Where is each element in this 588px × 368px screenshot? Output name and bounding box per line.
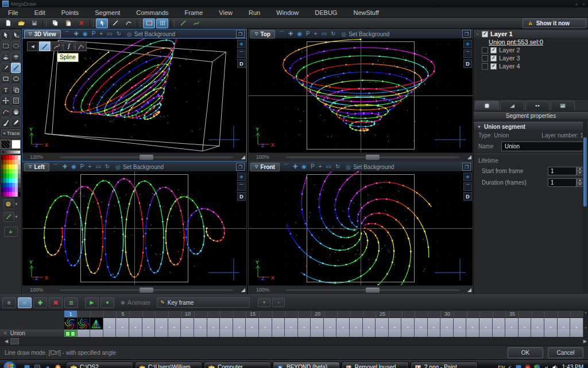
volume-tray-icon[interactable] [552,364,559,368]
track-label[interactable]: ✳ Union [0,329,64,337]
play-button[interactable]: ▶ [85,297,99,308]
frame-cell[interactable]: + [207,318,220,329]
track-cell[interactable] [454,329,467,337]
menu-frame[interactable]: Frame [177,9,211,17]
viewport-name-dropdown[interactable]: ▽Top [250,30,275,39]
gradient-slider[interactable] [1,150,21,154]
point-mode-icon[interactable]: P [80,164,84,170]
line-style-dropdown-icon[interactable]: ▼ [15,215,18,218]
rect-zoom-icon[interactable]: ▭ [326,164,331,170]
line-style-button[interactable] [3,212,14,222]
viewport-maximize-button[interactable]: ❐ [462,163,471,171]
frame-cell[interactable]: + [454,318,467,329]
add-point-icon[interactable]: + [88,164,92,170]
frame-cell[interactable]: + [116,318,129,329]
rotate-view-icon[interactable]: ⌒ [278,31,284,37]
snowflake-icon[interactable]: ✳ [463,172,472,181]
green-line-tool-button[interactable] [177,18,189,28]
taskbar-button[interactable]: C:\Users\William Be... [135,362,202,368]
acrobat-tray-icon[interactable] [524,364,531,368]
viewport-maximize-button[interactable]: ❐ [462,30,471,38]
zoom-view-icon[interactable]: ◉ [71,164,76,170]
taskbar-button[interactable]: C:\QS2 [66,362,133,368]
union-segment-header[interactable]: ▼ Union segment [474,122,588,131]
zoom-view-icon[interactable]: ◉ [297,31,302,37]
track-cell[interactable] [90,329,103,337]
flyout-line-button[interactable] [39,41,51,51]
track-cell[interactable] [466,329,479,337]
empty-tool-button[interactable] [203,18,215,28]
frame-cell[interactable]: + [324,318,337,329]
frame-cell[interactable]: + [570,318,583,329]
color-palette[interactable] [1,155,21,197]
frame-thumbnail-2[interactable] [78,318,91,329]
layer-row[interactable]: -✓Layer 1 [474,30,588,38]
track-cell[interactable] [168,329,181,337]
add-point-icon[interactable]: + [314,31,318,37]
frame-cell[interactable]: + [440,318,454,329]
set-background-button[interactable]: ◎Set Background [341,31,389,37]
delete-frame-button[interactable]: ✖ [49,297,63,308]
rect-zoom-icon[interactable]: ▭ [107,31,112,37]
brush-tool-button[interactable] [1,117,10,128]
window-switcher-icon[interactable] [33,363,41,368]
zoom-view-icon[interactable]: ◉ [301,164,307,170]
show-desktop-icon[interactable] [22,363,31,368]
layer-row[interactable]: ✓Layer 2 [474,46,588,54]
orbit-view-icon[interactable]: ↻ [117,31,121,37]
track-cell[interactable] [311,329,324,337]
menu-debug[interactable]: DEBUG [307,9,345,17]
track-cell[interactable] [259,329,272,337]
frame-cell[interactable]: + [531,318,544,329]
delete-button[interactable] [75,18,87,28]
flyout-spline-button[interactable] [63,41,75,51]
timeline-mini-box[interactable] [10,338,19,344]
flyout-polyline-button[interactable] [75,41,87,51]
viewport-zoom-slider[interactable] [60,289,233,291]
maximize-icon[interactable]: ▲ [582,2,586,6]
minimize-icon[interactable]: ▲ [574,2,578,6]
viewport-maximize-button[interactable]: ❐ [236,163,245,171]
menu-window[interactable]: Window [268,9,307,17]
rect-zoom-icon[interactable]: ▭ [322,31,327,37]
ellipse-tool-button[interactable] [11,74,21,84]
timeline-ruler[interactable]: 15101520253035 [64,310,583,318]
track-cell[interactable] [350,329,363,337]
line-draw-tool-button[interactable] [11,63,21,73]
frame-cell[interactable]: + [350,318,363,329]
track-cell[interactable] [116,329,129,337]
cancel-button[interactable]: Cancel [548,347,583,358]
timeline-view-list-button[interactable]: ≡ [2,297,16,308]
paste-button[interactable] [62,18,74,28]
viewport-name-dropdown[interactable]: ▽Left [24,163,49,171]
rect-zoom-icon[interactable]: ▭ [95,164,100,170]
layer-visible-checkbox[interactable]: ✓ [482,31,488,37]
frame-cell[interactable]: + [103,318,117,329]
frame-cell[interactable]: + [428,318,441,329]
frame-cell[interactable]: + [155,318,168,329]
snowflake-icon[interactable]: ✳ [237,172,246,181]
frame-cell[interactable]: + [519,318,532,329]
point-mode-icon[interactable]: P [306,31,310,37]
layer-visible-checkbox[interactable]: ✓ [490,47,497,53]
viewport-name-dropdown[interactable]: ▽3D View [24,30,61,39]
duplicate-tool-button[interactable] [11,85,21,95]
save-file-button[interactable] [28,18,40,28]
frame-cell[interactable]: + [311,318,324,329]
pan-view-icon[interactable]: ✚ [74,31,79,37]
rotate-handle-icon[interactable]: ⌒ [463,49,472,58]
layer-visible-checkbox[interactable]: ✓ [490,55,497,62]
frame-cell[interactable]: + [298,318,311,329]
frame-cell[interactable]: + [389,318,402,329]
print-tool-button[interactable] [11,106,21,117]
select-tool-button[interactable] [96,18,108,28]
palette-dropdown-icon[interactable]: ▼ [15,202,18,206]
expander-icon[interactable]: - [475,31,479,37]
frame-cell[interactable]: + [246,318,259,329]
point-mode-icon[interactable]: P [311,164,315,170]
show-it-now-button[interactable]: ▲! Show it now [523,18,586,28]
track-cell[interactable] [103,329,117,337]
orbit-view-icon[interactable]: ↻ [331,31,335,37]
pan-view-icon[interactable]: ✚ [293,164,297,170]
track-cell[interactable] [207,329,220,337]
